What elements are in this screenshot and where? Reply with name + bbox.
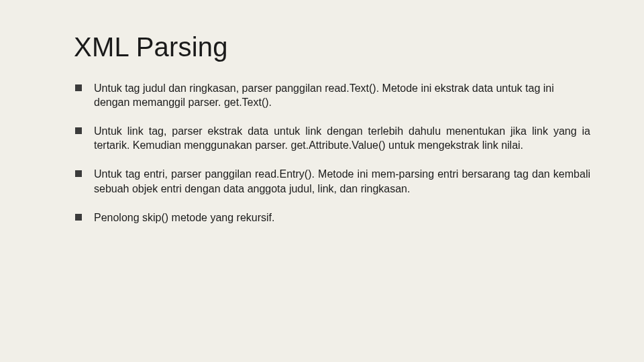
bullet-item: Untuk link tag, parser ekstrak data untu… [74,124,590,152]
slide-title: XML Parsing [74,32,590,62]
bullet-item: Untuk tag judul dan ringkasan, parser pa… [74,81,590,109]
slide: XML Parsing Untuk tag judul dan ringkasa… [0,0,644,362]
bullet-item: Penolong skip() metode yang rekursif. [74,210,590,225]
bullet-item: Untuk tag entri, parser panggilan read.E… [74,167,590,195]
bullet-list: Untuk tag judul dan ringkasan, parser pa… [74,81,590,225]
